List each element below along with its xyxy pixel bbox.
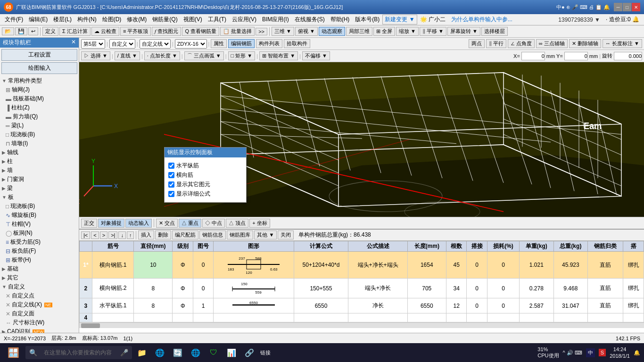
top-view-btn[interactable]: 俯视 ▼ xyxy=(295,27,318,36)
drawing-input-btn[interactable]: 绘图输入 xyxy=(1,62,77,74)
checkbox-row-1[interactable]: 水平纵筋 xyxy=(168,162,242,170)
find-element-btn[interactable]: 𝑓 查找图元 xyxy=(152,27,181,36)
rotate-input[interactable] xyxy=(614,52,642,60)
screen-rotate-btn[interactable]: 屏幕旋转 ▼ xyxy=(447,27,480,36)
engineering-settings-btn[interactable]: 工程设置 xyxy=(1,49,77,61)
floor-select[interactable]: 第5层 xyxy=(81,39,105,49)
cb-show-other[interactable] xyxy=(168,181,174,188)
cb-transverse-rebar[interactable] xyxy=(168,172,174,178)
style-select[interactable]: ZDYX-16 xyxy=(175,39,207,49)
other-dropdown-btn[interactable]: 其他 ▼ xyxy=(254,230,277,239)
pan-btn[interactable]: ∥ 平移 ▼ xyxy=(420,27,446,36)
cb-show-formula[interactable] xyxy=(168,191,174,197)
tree-custom-face[interactable]: ✕自定义面 xyxy=(4,309,79,318)
midpoint-btn[interactable]: ◇ 中点 xyxy=(202,219,225,228)
two-point-btn[interactable]: 两点 xyxy=(469,39,485,48)
menu-floor[interactable]: 楼层(L) xyxy=(50,15,74,25)
del-axis-btn[interactable]: ✕ 删除辅轴 xyxy=(569,39,601,48)
tree-slab-hole[interactable]: ◯板洞(N) xyxy=(4,229,79,238)
menu-view[interactable]: 视图(V) xyxy=(181,15,205,25)
tree-foundation[interactable]: ▶基础 xyxy=(0,264,79,273)
tree-slab-rebar[interactable]: ≡板受力筋(S) xyxy=(4,238,79,247)
menu-version[interactable]: 版本号(B) xyxy=(352,15,382,25)
search-container[interactable]: 🔍 🎤 xyxy=(25,346,132,359)
calc-btn[interactable]: Σ 汇总计算 xyxy=(59,27,91,36)
tree-slabs[interactable]: ▼板 xyxy=(0,193,79,202)
menu-modify[interactable]: 修改(M) xyxy=(124,15,149,25)
checkbox-row-4[interactable]: 显示详细公式 xyxy=(168,190,242,198)
property-btn[interactable]: 属性 xyxy=(211,39,227,48)
3d-btn[interactable]: 三维 ▼ xyxy=(272,27,294,36)
tree-shear-wall[interactable]: ▬剪力墙(Q) xyxy=(4,112,79,121)
menu-logo[interactable]: 🌟 广小二 xyxy=(417,15,448,25)
open-btn[interactable]: 📂 xyxy=(2,27,14,35)
coord-btn[interactable]: + 坐标 xyxy=(249,219,270,228)
menu-tools[interactable]: 工具(T) xyxy=(205,15,229,25)
taskbar-icon-3[interactable]: 🔄 xyxy=(171,346,185,360)
table-row[interactable]: 1* 横向钢筋.1 10 Φ 0 237 588 183 xyxy=(80,252,644,279)
fullscreen-btn[interactable]: ⊞ 全屏 xyxy=(373,27,395,36)
menu-rebar-qty[interactable]: 钢筋量(Q) xyxy=(149,15,180,25)
nav-next-btn[interactable]: > xyxy=(100,231,107,239)
ime-indicator[interactable]: S xyxy=(599,349,606,356)
menu-why[interactable]: 为什么单构件输入中参... xyxy=(448,15,515,25)
menu-online[interactable]: 在线服务(S) xyxy=(292,15,328,25)
search-input[interactable] xyxy=(40,346,118,359)
taskbar-icon-5[interactable]: 🛡 xyxy=(206,346,221,360)
horizontal-scrollbar[interactable] xyxy=(79,322,644,328)
new-change-btn[interactable]: 新建变更 ▼ xyxy=(382,15,417,25)
menu-draw[interactable]: 绘图(D) xyxy=(99,15,124,25)
checkbox-row-3[interactable]: 显示其它图元 xyxy=(168,181,242,189)
tree-other[interactable]: ▶其它 xyxy=(0,273,79,282)
3d-viewport[interactable]: X Y Z Eam 钢筋显示控制面板 水平纵筋 横向筋 xyxy=(79,62,644,217)
taskbar-icon-2[interactable]: 🌐 xyxy=(153,346,167,360)
nav-up-btn[interactable]: ↑ xyxy=(127,231,134,239)
tree-column[interactable]: ▐柱柱(Z) xyxy=(4,103,79,112)
nav-first-btn[interactable]: |< xyxy=(81,231,90,239)
taskbar-icon-6[interactable]: 📊 xyxy=(224,346,239,360)
tree-beams[interactable]: ▶梁 xyxy=(0,184,79,193)
tree-custom-point[interactable]: ✕自定义点 xyxy=(4,291,79,300)
taskbar-icon-7[interactable]: 🔗 xyxy=(242,346,256,360)
tree-beam[interactable]: ═梁(L) xyxy=(4,121,79,130)
tree-raft-foundation[interactable]: ▬筏板基础(M) xyxy=(4,94,79,103)
menu-edit[interactable]: 编辑(E) xyxy=(26,15,50,25)
delete-row-btn[interactable]: 删除 xyxy=(155,230,171,239)
tree-cad[interactable]: ▶CAD识别NEW xyxy=(0,327,79,333)
tree-cast-slab2[interactable]: □现浇板(B) xyxy=(4,202,79,211)
notification-btn[interactable]: 🔔 xyxy=(634,350,640,356)
zoom-btn[interactable]: 缩放 ▼ xyxy=(396,27,419,36)
tree-custom-line[interactable]: ✕自定义线(X)NE xyxy=(4,300,79,309)
table-row[interactable]: 2 横向钢筋.2 8 Φ 0 150 559 xyxy=(80,279,644,298)
x-input[interactable] xyxy=(521,52,545,60)
cell-diameter-1[interactable]: 10 xyxy=(134,252,173,279)
more-btn[interactable]: >> xyxy=(256,28,267,35)
endpoint-btn[interactable]: △ 重点 xyxy=(179,219,201,228)
line-type-select[interactable]: 自定义线 xyxy=(140,39,171,49)
dynamic-input-btn[interactable]: 动态输入 xyxy=(125,219,152,228)
tree-slab-band[interactable]: ⊞板带(H) xyxy=(4,255,79,264)
arc-btn[interactable]: ⌒ 三点画弧 ▼ xyxy=(184,51,224,60)
view-rebar-btn[interactable]: Q 查看钢筋量 xyxy=(182,27,219,36)
rect-btn[interactable]: □ 矩形 ▼ xyxy=(228,51,256,60)
tree-neg-rebar[interactable]: ⊟板负筋(F) xyxy=(4,247,79,255)
tree-axis[interactable]: ⊞轴网(J) xyxy=(4,85,79,94)
sidebar-close[interactable]: ✕ xyxy=(71,39,76,47)
undo-btn[interactable]: ↩ xyxy=(28,27,38,35)
time-display[interactable]: 14:24 2018/1/1 xyxy=(610,346,630,360)
tree-walls[interactable]: ▶墙 xyxy=(0,166,79,175)
menu-file[interactable]: 文件(F) xyxy=(2,15,26,25)
menu-cloud[interactable]: 云应用(V) xyxy=(229,15,259,25)
component-list-btn[interactable]: 构件列表 xyxy=(256,39,282,48)
tree-common-components[interactable]: ▼ 常用构件类型 xyxy=(0,76,79,85)
tree-cast-slab[interactable]: □现浇板(B) xyxy=(4,130,79,139)
length-mark-btn[interactable]: ↔ 长度标注 ▼ xyxy=(603,39,642,48)
nav-down-btn[interactable]: ↓ xyxy=(118,231,126,239)
select-mode-btn[interactable]: ▷ 选择 ▼ xyxy=(81,51,110,60)
tree-spiral-slab[interactable]: ∿螺旋板(B) xyxy=(4,211,79,220)
close-panel-btn[interactable]: 关闭 xyxy=(278,230,294,239)
point-len-btn[interactable]: · 点加长度 ▼ xyxy=(144,51,180,60)
table-row[interactable]: 4 xyxy=(80,313,644,322)
maximize-button[interactable]: □ xyxy=(623,3,631,11)
taskbar-icon-1[interactable]: 📁 xyxy=(135,346,149,360)
